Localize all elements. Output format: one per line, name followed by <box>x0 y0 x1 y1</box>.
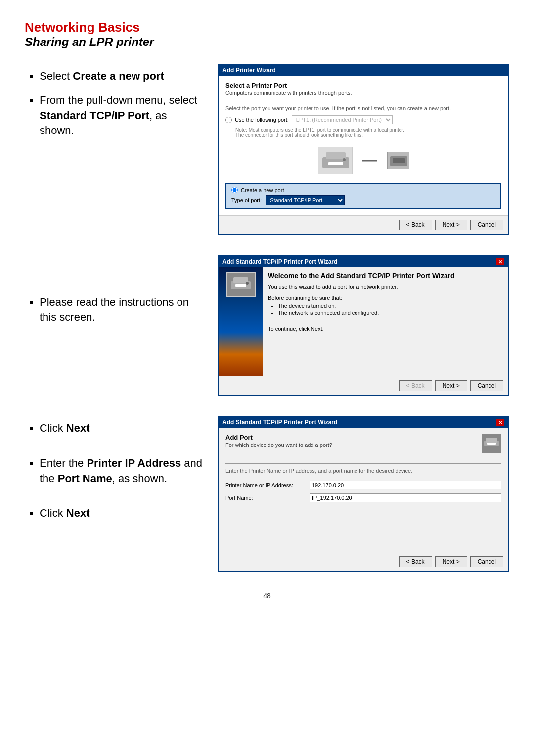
add-port-wizard: Add Standard TCP/IP Printer Port Wizard … <box>218 416 509 572</box>
wizard2-close-button[interactable]: ✕ <box>496 258 504 265</box>
main-title: Networking Basics <box>25 20 509 35</box>
svg-point-4 <box>343 158 346 161</box>
wizard2-cancel-button[interactable]: Cancel <box>470 380 503 391</box>
svg-rect-12 <box>235 284 246 287</box>
create-new-port-label: Create a new port <box>241 187 284 193</box>
wizard1-note: Note: Most computers use the LPT1: port … <box>235 127 501 138</box>
add-printer-wizard: Add Printer Wizard Select a Printer Port… <box>218 64 509 235</box>
checklist-item-1: The device is turned on. <box>278 303 503 309</box>
wizard2-welcome-title: Welcome to the Add Standard TCP/IP Print… <box>268 272 503 280</box>
step5-next-bold: Next <box>66 507 90 519</box>
wizard3-title: Add Standard TCP/IP Printer Port Wizard <box>222 419 337 426</box>
wizard2-footer: < Back Next > Cancel <box>219 376 508 395</box>
wizard2-title: Add Standard TCP/IP Printer Port Wizard <box>222 258 337 265</box>
wizard3-icon <box>482 434 501 453</box>
tcp-wizard: Add Standard TCP/IP Printer Port Wizard … <box>218 255 509 396</box>
wizard3-cancel-button[interactable]: Cancel <box>470 556 503 567</box>
svg-rect-16 <box>486 438 497 443</box>
wizard3-footer: < Back Next > Cancel <box>219 552 508 571</box>
wizard3-next-button[interactable]: Next > <box>435 556 467 567</box>
cable-icon <box>362 158 377 164</box>
port-dropdown[interactable]: LPT1: (Recommended Printer Port) <box>292 115 393 124</box>
printer-name-label: Printer Name or IP Address: <box>225 482 305 488</box>
page-container: Networking Basics Sharing an LPR printer… <box>25 20 509 600</box>
wizard3-spacer <box>225 506 501 546</box>
wizard2-titlebar: Add Standard TCP/IP Printer Port Wizard … <box>219 256 508 267</box>
printer-name-input[interactable] <box>310 481 501 489</box>
step2-text: Please read the instructions on this scr… <box>25 255 203 334</box>
wizard1-printer-images <box>225 142 501 179</box>
printer-name-row: Printer Name or IP Address: <box>225 481 501 489</box>
svg-rect-2 <box>326 152 346 159</box>
page-number: 48 <box>25 592 509 600</box>
port-icon <box>387 152 409 169</box>
wizard2-body: Welcome to the Add Standard TCP/IP Print… <box>219 267 508 376</box>
step2-row: Please read the instructions on this scr… <box>25 255 509 396</box>
add-port-icon <box>482 434 501 453</box>
svg-point-13 <box>246 282 249 285</box>
create-new-port-section: Create a new port Type of port: Standard… <box>225 183 501 209</box>
step4-bold2: Port Name <box>58 472 112 485</box>
type-of-port-dropdown[interactable]: Standard TCP/IP Port <box>266 195 345 205</box>
wizard2-checklist-intro: Before continuing be sure that: <box>268 295 503 301</box>
checklist-item-2: The network is connected and configured. <box>278 310 503 316</box>
step1-bold2: Standard TCP/IP Port <box>40 109 149 122</box>
wizard1-section-sub: Computers communicate with printers thro… <box>225 90 501 96</box>
use-port-label: Use the following port: <box>235 117 289 123</box>
svg-rect-3 <box>328 162 343 165</box>
step2-bullet1: Please read the instructions on this scr… <box>40 295 203 325</box>
wizard1-title: Add Printer Wizard <box>222 67 276 74</box>
step3-click-next: Click Next <box>40 421 203 436</box>
wizard1-cancel-button[interactable]: Cancel <box>470 220 503 230</box>
wizard1-next-button[interactable]: Next > <box>435 220 467 230</box>
wizard2-checklist: The device is turned on. The network is … <box>278 303 503 316</box>
wizard3-section-title: Add Port <box>225 434 332 441</box>
port-name-label: Port Name: <box>225 495 305 501</box>
step34-text: Click Next Enter the Printer IP Address … <box>25 416 203 530</box>
wizard3-section-sub: For which device do you want to add a po… <box>225 442 332 448</box>
step1-bullet1: Select Create a new port <box>40 69 203 84</box>
step4-bold1: Printer IP Address <box>87 457 181 469</box>
wizard3-titlebar: Add Standard TCP/IP Printer Port Wizard … <box>219 417 508 428</box>
wizard3-close-button[interactable]: ✕ <box>496 419 504 426</box>
step1-row: Select Create a new port From the pull-d… <box>25 64 509 235</box>
wizard1-desc: Select the port you want your printer to… <box>225 105 501 111</box>
step4-bullet: Enter the Printer IP Address and the Por… <box>40 456 203 487</box>
wizard3-header: Add Port For which device do you want to… <box>219 428 508 453</box>
step3-next-bold: Next <box>66 422 90 434</box>
step34-row: Click Next Enter the Printer IP Address … <box>25 416 509 572</box>
wizard1-back-button[interactable]: < Back <box>399 220 432 230</box>
wizard2-continue-text: To continue, click Next. <box>268 326 503 332</box>
wizard1-section-title: Select a Printer Port <box>225 82 501 89</box>
step1-bold1: Create a new port <box>73 70 164 82</box>
wizard2-back-button[interactable]: < Back <box>399 380 432 391</box>
svg-rect-11 <box>233 277 248 283</box>
printer-graphic <box>228 274 253 294</box>
wizard1-separator1 <box>225 101 501 101</box>
port-name-input[interactable] <box>310 493 501 502</box>
wizard2-subtitle: You use this wizard to add a port for a … <box>268 284 503 290</box>
svg-rect-8 <box>393 158 405 163</box>
create-new-port-row: Create a new port <box>231 187 495 193</box>
wizard1-use-port-row: Use the following port: LPT1: (Recommend… <box>225 115 501 124</box>
use-port-radio[interactable] <box>225 117 232 123</box>
wizard3-body: Enter the Printer Name or IP address, an… <box>219 453 508 552</box>
wizard3-desc: Enter the Printer Name or IP address, an… <box>225 468 501 474</box>
create-new-port-radio[interactable] <box>231 187 238 193</box>
type-of-port-row: Type of port: Standard TCP/IP Port <box>231 195 495 205</box>
type-of-port-label: Type of port: <box>231 197 262 203</box>
page-subtitle: Sharing an LPR printer <box>25 35 509 49</box>
wizard1-footer: < Back Next > Cancel <box>219 215 508 234</box>
wizard3-back-button[interactable]: < Back <box>399 556 432 567</box>
wizard1-body: Select a Printer Port Computers communic… <box>219 76 508 215</box>
wizard3-header-text: Add Port For which device do you want to… <box>225 434 332 453</box>
step1-text: Select Create a new port From the pull-d… <box>25 64 203 147</box>
wizard1-titlebar: Add Printer Wizard <box>219 65 508 76</box>
svg-rect-17 <box>487 443 496 445</box>
wizard2-next-button[interactable]: Next > <box>435 380 467 391</box>
wizard3-separator <box>225 463 501 464</box>
step1-bullet2: From the pull-down menu, select Standard… <box>40 93 203 138</box>
port-name-row: Port Name: <box>225 493 501 502</box>
content-area: Select Create a new port From the pull-d… <box>25 64 509 572</box>
wizard2-right-content: Welcome to the Add Standard TCP/IP Print… <box>263 267 508 376</box>
